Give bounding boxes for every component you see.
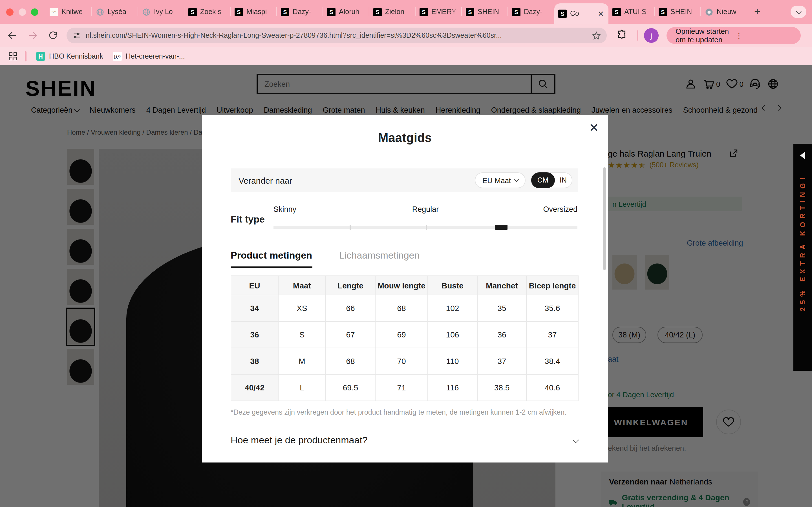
toolbar-divider: [637, 31, 638, 41]
tab-zielon[interactable]: SZielon: [369, 0, 416, 24]
browser-toolbar: nl.shein.com/SHEIN-Women-s-High-Neck-Rag…: [0, 24, 812, 47]
table-row: 36S67691063637: [231, 321, 578, 348]
fit-type-slider[interactable]: Skinny Regular Oversized: [273, 205, 577, 231]
modal-title: Maatgids: [202, 131, 608, 145]
tab-zoek[interactable]: SZoek s: [185, 0, 231, 24]
col-bicep-lengte: Bicep lengte: [526, 276, 578, 295]
measurement-note: *Deze gegevens zijn verkregen door het p…: [231, 408, 578, 416]
shein-favicon: S: [235, 8, 243, 16]
shein-favicon: S: [373, 8, 382, 16]
chrome-icon: [705, 8, 713, 16]
site-controls-icon[interactable]: [72, 31, 81, 40]
shein-favicon: S: [327, 8, 336, 16]
tab-dazy-1[interactable]: SDazy-: [277, 0, 323, 24]
size-table: EU Maat Lengte Mouw lengte Buste Manchet…: [231, 276, 578, 401]
shein-favicon: S: [466, 8, 474, 16]
measurement-tabs: Product metingen Lichaamsmetingen: [231, 250, 419, 268]
tab-ivy[interactable]: Ivy Lo: [138, 0, 185, 24]
tab-lysea[interactable]: Lyséa: [92, 0, 138, 24]
size-system-select[interactable]: EU Maat: [475, 172, 525, 188]
screen: IVYKnitwe Lyséa Ivy Lo SZoek s SMiaspi S…: [0, 0, 812, 507]
unit-cm-button[interactable]: CM: [531, 172, 555, 188]
tab-knitwe[interactable]: IVYKnitwe: [46, 0, 92, 24]
slider-tick: [425, 225, 426, 230]
tab-atui[interactable]: SATUI S: [608, 0, 655, 24]
profile-avatar[interactable]: j: [644, 28, 659, 43]
change-to-label: Verander naar: [239, 175, 475, 185]
table-header-row: EU Maat Lengte Mouw lengte Buste Manchet…: [231, 276, 578, 295]
extensions-icon[interactable]: [617, 29, 627, 40]
apps-grid-icon[interactable]: [9, 52, 17, 60]
fit-type-label: Fit type: [231, 214, 265, 225]
shein-favicon: S: [419, 8, 428, 16]
tab-emery[interactable]: SEMERY: [416, 0, 462, 24]
tab-lichaamsmetingen[interactable]: Lichaamsmetingen: [339, 250, 419, 268]
discount-banner-text: 25% EXTRA KORTING!: [799, 174, 807, 311]
url-bar[interactable]: nl.shein.com/SHEIN-Women-s-High-Neck-Rag…: [66, 27, 607, 43]
col-manchet: Manchet: [477, 276, 526, 295]
researchgate-favicon: RG: [113, 52, 122, 61]
shein-favicon: S: [659, 8, 667, 16]
minimize-window-button[interactable]: [18, 8, 26, 16]
fit-option-oversized: Oversized: [543, 205, 577, 214]
restart-to-update-button[interactable]: Opnieuw starten om te updaten ⋮: [666, 27, 801, 44]
collapse-arrow-icon[interactable]: [800, 152, 805, 159]
fit-options: Skinny Regular Oversized: [273, 205, 577, 215]
update-button-label: Opnieuw starten om te updaten: [675, 27, 735, 44]
bookmarks-divider: [25, 51, 27, 61]
bookmark-star-icon[interactable]: [592, 31, 601, 40]
bookmark-researchgate[interactable]: RGHet-creeren-van-...: [113, 52, 185, 61]
close-window-button[interactable]: [6, 8, 13, 16]
col-mouw-lengte: Mouw lengte: [375, 276, 428, 295]
col-eu: EU: [231, 276, 278, 295]
url-text: nl.shein.com/SHEIN-Women-s-High-Neck-Rag…: [86, 32, 588, 40]
chevron-down-icon: [514, 177, 519, 182]
forward-button[interactable]: [25, 27, 41, 43]
globe-icon: [96, 8, 104, 16]
new-tab-button[interactable]: +: [750, 4, 765, 19]
fit-option-skinny: Skinny: [273, 205, 296, 214]
col-lengte: Lengte: [326, 276, 375, 295]
fit-slider-track[interactable]: [273, 226, 577, 229]
discount-side-banner[interactable]: 25% EXTRA KORTING!: [794, 144, 812, 371]
table-row: 34XS66681023535.6: [231, 295, 578, 321]
tab-dazy-2[interactable]: SDazy-: [508, 0, 554, 24]
fit-marker[interactable]: [495, 225, 508, 230]
unit-toggle: CM IN: [530, 172, 572, 188]
slider-tick: [350, 225, 351, 230]
chevron-down-icon: [796, 8, 801, 14]
tab-list: IVYKnitwe Lyséa Ivy Lo SZoek s SMiaspi S…: [46, 0, 747, 24]
bookmark-hbo[interactable]: HHBO Kennisbank: [36, 52, 103, 61]
fit-option-regular: Regular: [412, 205, 439, 214]
shein-favicon: S: [512, 8, 520, 16]
faq-accordion[interactable]: Hoe meet je de productenmaat?: [231, 435, 578, 446]
tab-miaspi[interactable]: SMiaspi: [231, 0, 277, 24]
shein-favicon: S: [558, 9, 567, 18]
globe-icon: [142, 8, 151, 16]
window-controls: [6, 8, 38, 16]
unit-in-button[interactable]: IN: [555, 176, 572, 184]
tab-new[interactable]: Nieuw: [701, 0, 747, 24]
back-button[interactable]: [4, 27, 20, 43]
fullscreen-window-button[interactable]: [31, 8, 38, 16]
tab-product-metingen[interactable]: Product metingen: [231, 250, 312, 268]
reload-button[interactable]: [45, 27, 61, 43]
tab-shein-1[interactable]: SSHEIN: [462, 0, 508, 24]
size-guide-modal: ✕ Maatgids Verander naar EU Maat CM IN F…: [202, 115, 608, 462]
modal-scrollbar-thumb[interactable]: [603, 167, 606, 270]
tab-search-button[interactable]: [791, 6, 806, 18]
tab-shein-2[interactable]: SSHEIN: [655, 0, 701, 24]
table-row: 40/42L69.57111638.540.6: [231, 374, 578, 401]
browser-menu-icon[interactable]: ⋮: [735, 31, 795, 40]
tab-aloruh[interactable]: SAloruh: [323, 0, 369, 24]
tab-close-icon[interactable]: ✕: [597, 10, 605, 17]
col-buste: Buste: [428, 276, 477, 295]
chevron-down-icon: [573, 437, 579, 443]
browser-tabstrip: IVYKnitwe Lyséa Ivy Lo SZoek s SMiaspi S…: [0, 0, 812, 24]
table-row: 38M68701103738.4: [231, 348, 578, 374]
shein-favicon: S: [281, 8, 289, 16]
shein-favicon: S: [612, 8, 621, 16]
tab-active[interactable]: SCo✕: [554, 3, 608, 24]
shein-favicon: S: [188, 8, 197, 16]
divider: [231, 425, 578, 425]
